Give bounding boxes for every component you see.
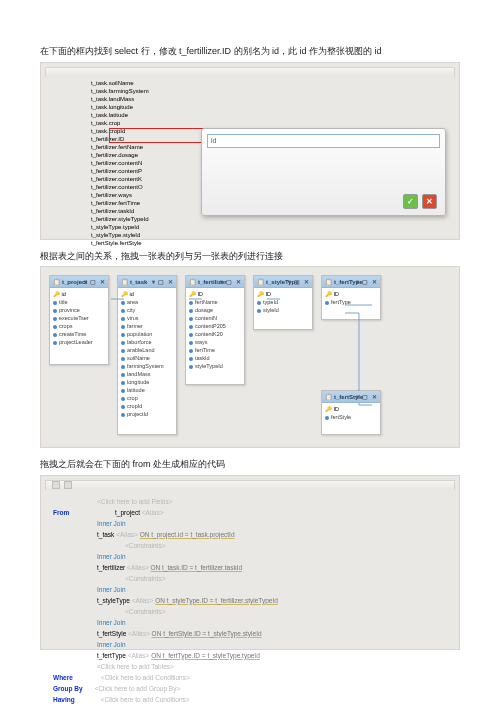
column-item[interactable]: virus bbox=[121, 314, 173, 322]
field-item[interactable]: t_fertilizer.dosage bbox=[91, 151, 149, 159]
tables-placeholder[interactable]: <Click here to add Tables> bbox=[53, 661, 174, 672]
field-item[interactable]: t_fertilizer.ways bbox=[91, 191, 149, 199]
fields-placeholder[interactable]: <Click here to add Fields> bbox=[53, 496, 173, 507]
table-header[interactable]: 📋t_fertStyle▾ ▢ ✕ bbox=[322, 391, 380, 403]
cancel-button[interactable]: ✕ bbox=[422, 194, 437, 209]
table-header[interactable]: 📋t_styleType▾ ▢ ✕ bbox=[254, 276, 312, 288]
field-item[interactable]: t_fertilizer.contentO bbox=[91, 183, 149, 191]
confirm-button[interactable]: ✓ bbox=[403, 194, 418, 209]
column-item[interactable]: projectLeader bbox=[53, 338, 105, 346]
column-item[interactable]: executeTser bbox=[53, 314, 105, 322]
alias-ph[interactable]: <Alias> bbox=[128, 652, 150, 659]
column-item[interactable]: laborforce bbox=[121, 338, 173, 346]
column-item[interactable]: taskId bbox=[189, 354, 241, 362]
table-window-t_fertStyle[interactable]: 📋t_fertStyle▾ ▢ ✕🔑 IDfertStyle bbox=[321, 390, 381, 435]
column-item[interactable]: projectId bbox=[121, 410, 173, 418]
column-item[interactable]: farmer bbox=[121, 322, 173, 330]
field-item[interactable]: t_task.soilName bbox=[91, 79, 149, 87]
sql-panel: <Click here to add Fields> From t_projec… bbox=[40, 475, 460, 650]
kw-groupby: Group By bbox=[53, 685, 83, 692]
having-ph[interactable]: <Click here to add Conditions> bbox=[75, 694, 190, 705]
field-item[interactable]: t_fertilizer.contentP bbox=[91, 167, 149, 175]
column-item[interactable]: province bbox=[53, 306, 105, 314]
field-item[interactable]: t_fertStyle.fertStyle bbox=[91, 239, 149, 247]
column-item[interactable]: title bbox=[53, 298, 105, 306]
table-window-t_fertilizer[interactable]: 📋t_fertilizer▾ ▢ ✕🔑 IDfertNamedosagecont… bbox=[185, 275, 245, 385]
constraints-ph[interactable]: <Constraints> bbox=[53, 606, 165, 617]
column-item[interactable]: cropId bbox=[121, 402, 173, 410]
field-item[interactable]: t_styleType.typeId bbox=[91, 223, 149, 231]
alias-ph[interactable]: <Alias> bbox=[128, 630, 150, 637]
column-item[interactable]: 🔑 ID bbox=[257, 290, 309, 298]
column-item[interactable]: soilName bbox=[121, 354, 173, 362]
column-item[interactable]: 🔑 id bbox=[53, 290, 105, 298]
column-item[interactable]: contentN bbox=[189, 314, 241, 322]
column-item[interactable]: 🔑 ID bbox=[189, 290, 241, 298]
column-item[interactable]: contentP205 bbox=[189, 322, 241, 330]
field-item[interactable]: t_fertilizer.styleTypeId bbox=[91, 215, 149, 223]
field-item[interactable]: t_fertilizer.fertTime bbox=[91, 199, 149, 207]
table-header[interactable]: 📋t_task▾ ▢ ✕ bbox=[118, 276, 176, 288]
column-item[interactable]: longitude bbox=[121, 378, 173, 386]
column-item[interactable]: fertTime bbox=[189, 346, 241, 354]
column-item[interactable]: dosage bbox=[189, 306, 241, 314]
column-item[interactable]: ways bbox=[189, 338, 241, 346]
column-item[interactable]: farmingSystem bbox=[121, 362, 173, 370]
cond-ph[interactable]: <Click here to add Conditions> bbox=[73, 672, 190, 683]
column-item[interactable]: 🔑 ID bbox=[325, 290, 377, 298]
field-item[interactable]: t_task.landMass bbox=[91, 95, 149, 103]
table-window-t_task[interactable]: 📋t_task▾ ▢ ✕🔑 idareacityvirusfarmerpopul… bbox=[117, 275, 177, 435]
constraints-ph[interactable]: <Constraints> bbox=[53, 540, 165, 551]
column-item[interactable]: crop bbox=[121, 394, 173, 402]
column-item[interactable]: crops bbox=[53, 322, 105, 330]
alias-ph[interactable]: <Alias> bbox=[142, 509, 164, 516]
column-item[interactable]: styleTypeId bbox=[189, 362, 241, 370]
constraints-ph[interactable]: <Constraints> bbox=[53, 573, 165, 584]
tbl: t_fertType bbox=[97, 652, 126, 659]
table-header[interactable]: 📋t_fertType▾ ▢ ✕ bbox=[322, 276, 380, 288]
column-item[interactable]: latitude bbox=[121, 386, 173, 394]
alias-ph[interactable]: <Alias> bbox=[116, 531, 138, 538]
table-window-t_fertType[interactable]: 📋t_fertType▾ ▢ ✕🔑 IDfertType bbox=[321, 275, 381, 320]
column-item[interactable]: fertStyle bbox=[325, 413, 377, 421]
column-item[interactable]: 🔑 id bbox=[121, 290, 173, 298]
toolbar-button[interactable] bbox=[64, 481, 72, 489]
field-item[interactable]: t_fertilizer.contentN bbox=[91, 159, 149, 167]
on-clause: ON t_fertType.ID = t_styleType.typeId bbox=[151, 652, 260, 659]
field-item[interactable]: t_task.crop bbox=[91, 119, 149, 127]
column-item[interactable]: area bbox=[121, 298, 173, 306]
alias-ph[interactable]: <Alias> bbox=[127, 564, 149, 571]
field-item[interactable]: t_task.longitude bbox=[91, 103, 149, 111]
tbl: t_fertilizer bbox=[97, 564, 125, 571]
table-window-t_styleType[interactable]: 📋t_styleType▾ ▢ ✕🔑 IDtypeIdstyleId bbox=[253, 275, 313, 330]
table-header[interactable]: 📋t_project▾ ▢ ✕ bbox=[50, 276, 108, 288]
column-item[interactable]: arableLand bbox=[121, 346, 173, 354]
column-item[interactable]: 🔑 ID bbox=[325, 405, 377, 413]
field-item[interactable]: t_styleType.styleId bbox=[91, 231, 149, 239]
field-item[interactable]: t_task.latitude bbox=[91, 111, 149, 119]
column-item[interactable]: fertName bbox=[189, 298, 241, 306]
column-item[interactable]: landMass bbox=[121, 370, 173, 378]
table-window-t_project[interactable]: 📋t_project▾ ▢ ✕🔑 idtitleprovinceexecuteT… bbox=[49, 275, 109, 365]
column-item[interactable]: contentK20 bbox=[189, 330, 241, 338]
tbl: t_fertStyle bbox=[97, 630, 126, 637]
column-item[interactable]: styleId bbox=[257, 306, 309, 314]
field-item[interactable]: t_task.farmingSystem bbox=[91, 87, 149, 95]
alias-ph[interactable]: <Alias> bbox=[132, 597, 154, 604]
column-item[interactable]: fertType bbox=[325, 298, 377, 306]
alias-input[interactable] bbox=[207, 134, 440, 148]
field-item[interactable]: t_task.cropId bbox=[91, 127, 149, 135]
column-item[interactable]: population bbox=[121, 330, 173, 338]
table-header[interactable]: 📋t_fertilizer▾ ▢ ✕ bbox=[186, 276, 244, 288]
field-item[interactable]: t_fertilizer.fertName bbox=[91, 143, 149, 151]
kw-where: Where bbox=[53, 674, 73, 681]
column-item[interactable]: createTime bbox=[53, 330, 105, 338]
gb-ph[interactable]: <Click here to add Group By> bbox=[83, 685, 181, 692]
field-item[interactable]: t_fertilizer.ID bbox=[91, 135, 149, 143]
column-item[interactable]: typeId bbox=[257, 298, 309, 306]
popup-buttons: ✓ ✕ bbox=[403, 194, 437, 209]
field-item[interactable]: t_fertilizer.contentK bbox=[91, 175, 149, 183]
column-item[interactable]: city bbox=[121, 306, 173, 314]
toolbar-button[interactable] bbox=[52, 481, 60, 489]
field-item[interactable]: t_fertilizer.taskId bbox=[91, 207, 149, 215]
